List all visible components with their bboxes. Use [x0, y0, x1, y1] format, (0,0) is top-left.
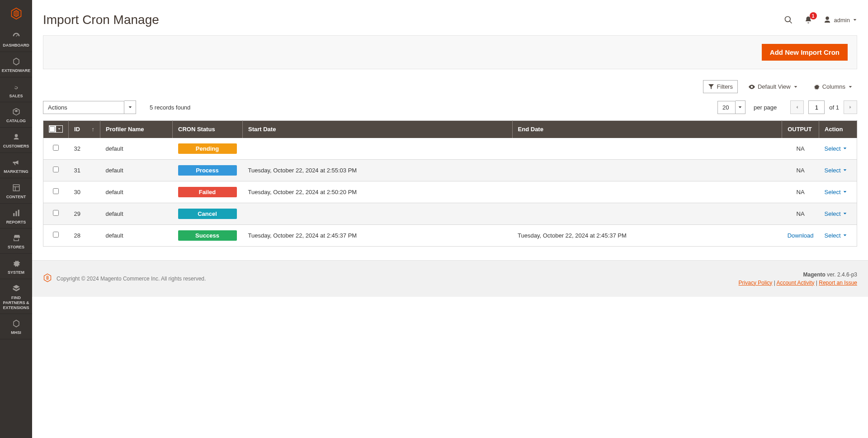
th-start[interactable]: Start Date: [243, 121, 513, 138]
select-all-dropdown[interactable]: [56, 126, 62, 132]
cell-profiler: default: [100, 159, 173, 181]
page-number-input[interactable]: [808, 100, 825, 114]
cell-action: Select: [819, 138, 857, 160]
sidebar-item-system[interactable]: System: [0, 254, 32, 279]
sidebar-item-extendware[interactable]: Extendware: [0, 52, 32, 77]
cell-output: NA: [782, 138, 819, 160]
sidebar-item-marketing[interactable]: Marketing: [0, 153, 32, 178]
page-header: Import Cron Manage 1 admin: [43, 0, 857, 35]
cell-id: 29: [69, 203, 100, 224]
cell-profiler: default: [100, 203, 173, 224]
svg-rect-4: [15, 211, 17, 216]
cell-id: 30: [69, 181, 100, 203]
select-all-checkbox[interactable]: [49, 126, 55, 132]
cell-status: Success: [173, 224, 243, 246]
cell-end-date: [512, 203, 782, 224]
notifications-icon[interactable]: 1: [803, 15, 813, 25]
sidebar-item-customers[interactable]: Customers: [0, 128, 32, 153]
row-checkbox[interactable]: [53, 145, 59, 151]
chevron-down-icon: [793, 85, 798, 89]
row-checkbox[interactable]: [53, 188, 59, 194]
row-action-select[interactable]: Select: [825, 210, 847, 217]
row-checkbox[interactable]: [53, 167, 59, 172]
chevron-down-icon: [843, 190, 847, 194]
admin-user-menu[interactable]: admin: [823, 16, 857, 24]
prev-page-button[interactable]: [790, 100, 804, 114]
cell-start-date: Tuesday, October 22, 2024 at 2:50:20 PM: [243, 181, 513, 203]
default-view-button[interactable]: Default View: [744, 80, 802, 93]
svg-line-7: [789, 21, 792, 24]
per-page-label: per page: [754, 104, 777, 111]
cell-status: Pending: [173, 138, 243, 160]
th-profiler[interactable]: Profiler Name: [100, 121, 173, 138]
sidebar-item-label: Customers: [3, 144, 29, 149]
columns-button[interactable]: Columns: [809, 80, 857, 93]
th-output[interactable]: OUTPUT: [782, 121, 819, 138]
notification-badge: 1: [810, 12, 817, 19]
header-actions: 1 admin: [783, 15, 857, 25]
actions-dropdown-toggle[interactable]: [124, 100, 136, 114]
table-row: 31defaultProcessTuesday, October 22, 202…: [43, 159, 857, 181]
row-checkbox[interactable]: [53, 232, 59, 238]
report-issue-link[interactable]: Report an Issue: [819, 280, 857, 286]
sidebar-item-label: Content: [6, 195, 26, 200]
sidebar-item-sales[interactable]: Sales: [0, 77, 32, 103]
partners-icon: [11, 284, 21, 294]
row-action-select[interactable]: Select: [825, 145, 847, 152]
page-title: Import Cron Manage: [43, 13, 159, 27]
footer-version: ver. 2.4.6-p3: [826, 271, 857, 278]
cell-start-date: [243, 138, 513, 160]
th-status[interactable]: CRON Status: [173, 121, 243, 138]
row-checkbox[interactable]: [53, 210, 59, 216]
sidebar-item-find-partners-extensions[interactable]: Find Partners & Extensions: [0, 279, 32, 297]
sidebar-item-label: Dashboard: [3, 43, 29, 48]
row-action-select[interactable]: Select: [825, 167, 847, 174]
cell-action: Select: [819, 181, 857, 203]
cell-output: Download: [782, 224, 819, 246]
search-icon[interactable]: [783, 15, 793, 25]
download-link[interactable]: Download: [788, 232, 814, 239]
filters-button[interactable]: Filters: [703, 80, 738, 93]
add-new-import-cron-button[interactable]: Add New Import Cron: [762, 44, 848, 61]
cell-action: Select: [819, 224, 857, 246]
status-badge: Cancel: [178, 209, 237, 219]
account-activity-link[interactable]: Account Activity: [776, 280, 814, 286]
th-action[interactable]: Action: [819, 121, 857, 138]
sidebar-item-dashboard[interactable]: Dashboard: [0, 27, 32, 52]
page-of-label: of 1: [829, 104, 839, 111]
sidebar-item-content[interactable]: Content: [0, 178, 32, 204]
privacy-policy-link[interactable]: Privacy Policy: [739, 280, 773, 286]
user-icon: [823, 16, 831, 24]
cell-end-date: [512, 159, 782, 181]
grid-controls: Filters Default View Columns: [43, 80, 857, 93]
cell-start-date: Tuesday, October 22, 2024 at 2:55:03 PM: [243, 159, 513, 181]
svg-rect-0: [13, 185, 19, 191]
th-id[interactable]: ID↑: [69, 121, 100, 138]
sidebar-item-catalog[interactable]: Catalog: [0, 102, 32, 128]
sidebar-item-stores[interactable]: Stores: [0, 229, 32, 254]
cell-action: Select: [819, 159, 857, 181]
records-found-label: 5 records found: [150, 104, 190, 111]
magento-logo[interactable]: [0, 0, 32, 27]
status-badge: Failed: [178, 187, 237, 197]
mass-actions-dropdown[interactable]: Actions: [43, 100, 136, 114]
user-label: admin: [834, 17, 850, 24]
row-action-select[interactable]: Select: [825, 232, 847, 239]
sidebar-item-label: System: [8, 270, 24, 275]
cell-profiler: default: [100, 138, 173, 160]
sidebar-item-label: Marketing: [4, 169, 28, 174]
row-action-select[interactable]: Select: [825, 189, 847, 195]
dollar-icon: [11, 82, 21, 92]
cell-output: NA: [782, 181, 819, 203]
sidebar-item-reports[interactable]: Reports: [0, 204, 32, 229]
per-page-toggle[interactable]: [736, 100, 745, 114]
cell-end-date: [512, 181, 782, 203]
next-page-button[interactable]: [844, 100, 857, 114]
cell-id: 28: [69, 224, 100, 246]
th-end[interactable]: End Date: [512, 121, 782, 138]
megaphone-icon: [11, 157, 21, 167]
chevron-down-icon: [853, 18, 857, 22]
per-page-select[interactable]: 20: [717, 100, 745, 114]
sidebar-item-label: Reports: [6, 220, 26, 225]
chevron-down-icon: [848, 85, 853, 89]
